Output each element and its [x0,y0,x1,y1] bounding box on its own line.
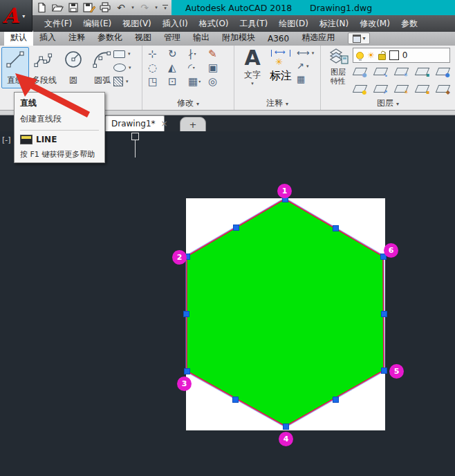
hexagon-polyline[interactable] [187,199,384,426]
grip-vertex-5[interactable] [381,368,387,374]
fillet-button[interactable]: ◜▾ [188,61,208,75]
qat-customize-icon[interactable]: ▾ [162,5,168,11]
layer-select-dropdown[interactable]: ☀ 0 [353,48,450,63]
title-bar: ↶ ▾ ↷ ▾ ▾ Autodesk AutoCAD 2018 Drawing1… [0,0,455,15]
grip-mid-16[interactable] [333,225,339,231]
hatch-dropdown-icon[interactable]: ▾ [126,79,129,84]
tab-featured-apps[interactable]: 精选应用 [295,30,341,46]
layer-thaw-icon[interactable]: ☀ [367,51,375,59]
layer-thaw-all-button[interactable]: ☀ [394,85,409,93]
ellipse-dropdown-icon[interactable]: ▾ [129,65,131,70]
layer-properties-button[interactable]: 图层 特性 [324,47,353,86]
tab-view[interactable]: 视图 [129,30,158,46]
layer-walk-button[interactable]: ◆ [436,85,450,93]
grip-mid-45[interactable] [333,397,339,403]
new-drawing-tab-button[interactable]: + [180,117,206,133]
move-button[interactable]: ⊹ [148,47,168,61]
explode-button[interactable]: ▣ [208,61,228,75]
grip-mid-56[interactable] [381,311,387,317]
text-button[interactable]: A 文字 ▾ [240,47,265,86]
open-file-icon[interactable] [50,1,64,14]
layer-freeze-button[interactable]: ✳ [394,68,409,75]
layer-on-all-button[interactable]: ● [353,85,367,93]
ellipse-button[interactable]: ▾ [113,63,131,73]
tab-insert[interactable]: 插入 [33,30,62,46]
menu-dimension[interactable]: 标注(N) [314,16,354,32]
tab-parametric[interactable]: 参数化 [91,30,129,46]
tab-annotate[interactable]: 注释 [62,30,91,46]
new-file-icon[interactable] [35,1,48,14]
redo-dropdown-icon[interactable]: ▾ [154,5,159,10]
plot-icon[interactable] [98,1,112,14]
layer-match-button[interactable]: ● [436,68,450,75]
grip-vertex-3[interactable] [184,368,190,374]
application-menu-button[interactable]: A ▾ [0,0,32,32]
stretch-button[interactable]: ◳ [148,75,168,88]
stretch-icon: ◳ [148,75,158,88]
menu-format[interactable]: 格式(O) [194,16,234,32]
ribbon-display-toggle[interactable]: ▾ [348,32,370,44]
arc-button[interactable]: 圆弧 [89,47,116,88]
erase-button[interactable]: ✎ [208,47,228,61]
leader-button[interactable]: ↗▾ [297,61,314,71]
save-icon[interactable] [66,1,80,14]
layer-on-icon[interactable] [356,52,364,59]
mirror-button[interactable]: ◭ [168,61,188,75]
text-dropdown-icon[interactable]: ▾ [240,81,265,86]
panel-expand-icon: ▾ [396,101,399,107]
layer-make-current-button[interactable]: ↘ [373,68,388,75]
tab-a360[interactable]: A360 [261,32,295,46]
copy-button[interactable]: ◌ [148,61,168,75]
array-button[interactable]: ▦▾ [188,75,208,88]
layer-off-button[interactable]: ● [353,68,367,75]
circle-button[interactable]: 圆 [59,47,87,88]
menu-modify[interactable]: 修改(M) [354,16,396,32]
tab-addins[interactable]: 附加模块 [216,30,261,46]
table-icon: ▦ [297,75,305,84]
hatch-button[interactable]: ▾ [113,77,131,86]
drawing-tab[interactable]: Drawing1* × [105,115,165,131]
rotate-button[interactable]: ↻ [168,47,188,61]
menu-view[interactable]: 视图(V) [117,16,157,32]
undo-icon[interactable]: ↶ [114,1,128,14]
dimension-button[interactable]: ⟷ ✳ 标注 [268,47,294,84]
line-tooltip: 直线 创建直线段 LINE 按 F1 键获得更多帮助 [14,92,105,163]
linear-dimension-button[interactable]: ⟷▾ [297,48,314,58]
grip-vertex-4[interactable] [283,423,289,430]
grip-mid-23[interactable] [183,311,189,317]
layers-panel-label[interactable]: 图层 ▾ [321,97,455,109]
grip-mid-34[interactable] [232,397,239,403]
undo-dropdown-icon[interactable]: ▾ [130,5,136,10]
tab-output[interactable]: 输出 [187,30,216,46]
menu-parametric[interactable]: 参数 [396,16,423,32]
tab-home[interactable]: 默认 [4,30,33,46]
menu-tools[interactable]: 工具(T) [234,16,274,32]
drawing-canvas[interactable]: [-] 1 2 3 4 5 6 [0,131,455,476]
tab-manage[interactable]: 管理 [158,30,187,46]
rectangle-dropdown-icon[interactable]: ▾ [128,51,131,57]
menu-edit[interactable]: 编辑(E) [77,16,117,32]
layer-unlock-icon[interactable] [378,54,386,60]
table-button[interactable]: ▦ [297,75,314,84]
layer-unlock-button[interactable]: ▪ [415,85,429,93]
layer-lock-button[interactable]: ▪ [415,68,429,75]
layer-tools-row-1: ● ↘ ✳ ▪ ● [354,68,449,75]
polyline-button[interactable]: 多段线 [30,47,58,88]
scale-button[interactable]: ⊡ [168,75,188,88]
rectangle-button[interactable]: ▾ [113,49,131,59]
layer-color-swatch[interactable] [389,50,399,60]
layer-previous-button[interactable]: ↗ [373,85,388,93]
hexagon-object[interactable] [0,131,455,476]
offset-button[interactable]: ◎ [208,75,228,88]
menu-insert[interactable]: 插入(I) [157,16,194,32]
grip-mid-12[interactable] [233,225,239,231]
trim-button[interactable]: ∤▾ [188,47,208,61]
line-button[interactable]: 直线 [1,47,29,88]
annotate-panel-label[interactable]: 注释 ▾ [234,97,320,109]
redo-icon[interactable]: ↷ [138,1,151,14]
tab-close-icon[interactable]: × [161,119,168,128]
menu-file[interactable]: 文件(F) [39,16,77,32]
save-as-icon[interactable] [82,1,96,14]
modify-panel-label[interactable]: 修改 ▾ [142,97,234,109]
menu-draw[interactable]: 绘图(D) [273,16,314,32]
